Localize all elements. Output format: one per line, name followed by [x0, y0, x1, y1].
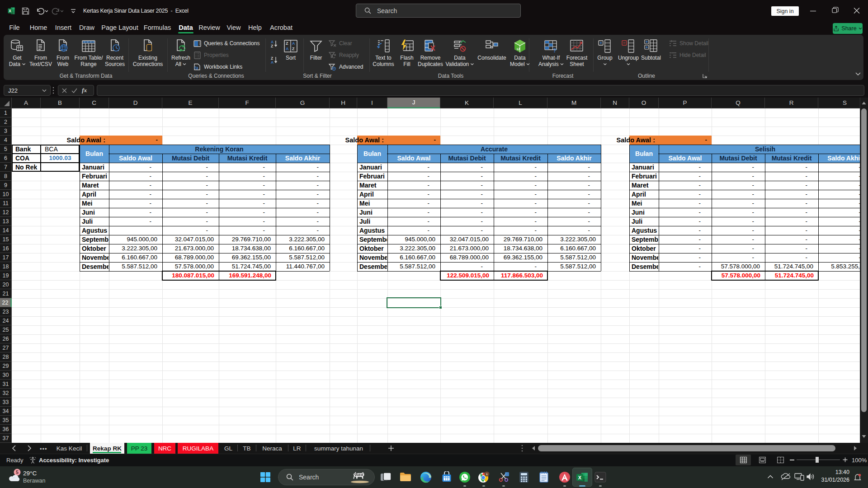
svg-text:Z: Z	[286, 41, 288, 46]
svg-text:A: A	[292, 41, 295, 46]
svg-text:X: X	[578, 475, 582, 480]
svg-text:5: 5	[16, 469, 19, 475]
svg-text:X: X	[9, 9, 11, 13]
svg-text:k: k	[486, 472, 488, 476]
svg-text:A: A	[271, 60, 274, 64]
svg-text:Z: Z	[271, 44, 273, 48]
svg-text:iJ: iJ	[517, 47, 520, 51]
svg-text:Z: Z	[292, 47, 295, 51]
svg-text:A: A	[286, 47, 289, 51]
svg-text:?: ?	[553, 47, 557, 53]
